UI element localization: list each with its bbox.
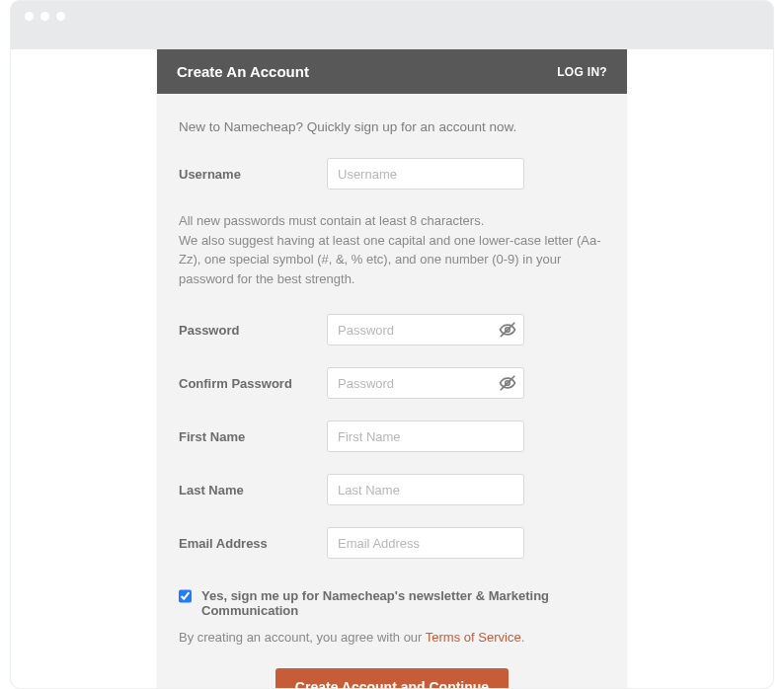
- browser-viewport: Create An Account LOG IN? New to Nameche…: [11, 49, 773, 689]
- checkbox-newsletter[interactable]: [179, 589, 192, 603]
- label-username: Username: [179, 167, 327, 182]
- row-username: Username: [179, 158, 605, 190]
- page-title: Create An Account: [177, 63, 309, 80]
- login-link[interactable]: LOG IN?: [557, 65, 607, 79]
- input-last-name[interactable]: [327, 474, 524, 505]
- row-email: Email Address: [179, 527, 605, 559]
- tos-suffix: .: [521, 630, 525, 645]
- toggle-confirm-password-visibility-icon[interactable]: [499, 374, 516, 392]
- tos-prefix: By creating an account, you agree with o…: [179, 630, 426, 645]
- signup-card: Create An Account LOG IN? New to Nameche…: [157, 49, 627, 689]
- row-confirm-password: Confirm Password: [179, 367, 605, 399]
- card-body: New to Namecheap? Quickly sign up for an…: [157, 94, 627, 689]
- label-email: Email Address: [179, 536, 327, 551]
- window-zoom-dot[interactable]: [56, 12, 65, 21]
- label-last-name: Last Name: [179, 483, 327, 498]
- input-password[interactable]: [327, 314, 524, 345]
- label-newsletter[interactable]: Yes, sign me up for Namecheap's newslett…: [201, 588, 605, 618]
- input-email[interactable]: [327, 527, 524, 559]
- intro-text: New to Namecheap? Quickly sign up for an…: [179, 119, 605, 134]
- toggle-password-visibility-icon[interactable]: [499, 321, 516, 339]
- row-last-name: Last Name: [179, 474, 605, 505]
- label-confirm-password: Confirm Password: [179, 376, 327, 391]
- row-first-name: First Name: [179, 421, 605, 452]
- input-first-name[interactable]: [327, 421, 524, 452]
- submit-row: Create Account and Continue: [179, 668, 605, 689]
- input-confirm-password[interactable]: [327, 367, 524, 399]
- browser-frame: Create An Account LOG IN? New to Nameche…: [10, 0, 774, 689]
- card-header: Create An Account LOG IN?: [157, 49, 627, 94]
- window-minimize-dot[interactable]: [40, 12, 49, 21]
- create-account-button[interactable]: Create Account and Continue: [275, 668, 509, 689]
- input-username[interactable]: [327, 158, 524, 190]
- newsletter-row: Yes, sign me up for Namecheap's newslett…: [179, 588, 605, 618]
- browser-titlebar: [11, 1, 773, 31]
- window-close-dot[interactable]: [25, 12, 34, 21]
- row-password: Password: [179, 314, 605, 345]
- label-password: Password: [179, 323, 327, 338]
- password-help: All new passwords must contain at least …: [179, 211, 605, 288]
- tos-link[interactable]: Terms of Service: [426, 630, 521, 645]
- tos-line: By creating an account, you agree with o…: [179, 630, 605, 645]
- label-first-name: First Name: [179, 429, 327, 444]
